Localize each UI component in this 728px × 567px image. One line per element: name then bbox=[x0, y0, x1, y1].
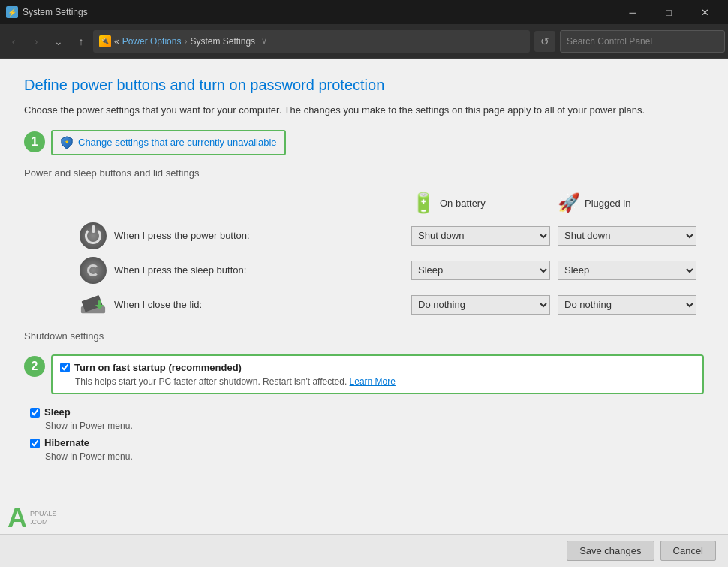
sleep-button-icon bbox=[80, 257, 107, 284]
fast-startup-label[interactable]: Turn on fast startup (recommended) bbox=[74, 362, 242, 373]
main-content: Define power buttons and turn on passwor… bbox=[0, 59, 728, 567]
sleep-button-plugin-dropdown[interactable]: Do nothing Sleep Hibernate Shut down Tur… bbox=[558, 261, 696, 280]
shutdown-section: Shutdown settings 2 Turn on fast startup… bbox=[24, 330, 704, 462]
change-settings-button[interactable]: Change settings that are currently unava… bbox=[51, 130, 286, 155]
hibernate-checkbox-row: Hibernate bbox=[30, 437, 704, 448]
battery-icon: 🔋 bbox=[411, 192, 435, 215]
maximize-button[interactable]: □ bbox=[651, 0, 686, 24]
sleep-checkbox-label[interactable]: Sleep bbox=[44, 406, 71, 418]
page-description: Choose the power settings that you want … bbox=[24, 103, 704, 118]
shutdown-section-label: Shutdown settings bbox=[24, 330, 704, 345]
bottom-spacer bbox=[24, 468, 704, 513]
step2-container: 2 Turn on fast startup (recommended) Thi… bbox=[24, 354, 704, 400]
change-settings-label: Change settings that are currently unava… bbox=[78, 137, 277, 148]
lid-label: When I close the lid: bbox=[114, 299, 411, 310]
plugged-in-label: Plugged in bbox=[585, 198, 630, 209]
power-button-icon bbox=[80, 222, 107, 249]
sleep-button-battery-select[interactable]: Do nothing Sleep Hibernate Shut down Tur… bbox=[411, 261, 550, 280]
breadcrumb-sep1: « bbox=[114, 36, 119, 47]
lid-icon bbox=[80, 291, 107, 318]
plugin-icon: 🚀 bbox=[558, 192, 580, 213]
section1-label: Power and sleep buttons and lid settings bbox=[24, 167, 704, 182]
fast-startup-checkbox[interactable] bbox=[60, 363, 70, 372]
title-bar: ⚡ System Settings ─ □ ✕ bbox=[0, 0, 728, 24]
fast-startup-section: Turn on fast startup (recommended) This … bbox=[51, 354, 704, 394]
window-controls: ─ □ ✕ bbox=[615, 0, 722, 24]
power-button-icon-cell bbox=[24, 222, 114, 249]
app-icon: ⚡ bbox=[6, 6, 18, 18]
step1-container: 1 Change settings that are currently una… bbox=[24, 130, 704, 155]
recent-button[interactable]: ⌄ bbox=[48, 31, 69, 52]
step2-number: 2 bbox=[24, 356, 45, 377]
close-button[interactable]: ✕ bbox=[687, 0, 722, 24]
breadcrumb-bar: 🔌 « Power Options › System Settings ∨ bbox=[93, 30, 530, 53]
breadcrumb-current: System Settings bbox=[190, 36, 255, 47]
sleep-circle-inner bbox=[87, 264, 99, 276]
lid-row: When I close the lid: Do nothing Sleep H… bbox=[24, 291, 704, 318]
hibernate-checkbox-section: Hibernate Show in Power menu. bbox=[24, 437, 704, 462]
step1-number: 1 bbox=[24, 131, 45, 152]
sleep-checkbox-section: Sleep Show in Power menu. bbox=[24, 406, 704, 431]
appuals-text: PPUALS .COM bbox=[30, 510, 57, 526]
lid-plugin-dropdown[interactable]: Do nothing Sleep Hibernate Shut down Tur… bbox=[558, 295, 696, 315]
sleep-checkbox-row: Sleep bbox=[30, 406, 704, 418]
refresh-button[interactable]: ↺ bbox=[534, 31, 555, 52]
lid-icon-cell bbox=[24, 291, 114, 318]
breadcrumb-sep2: › bbox=[184, 36, 187, 47]
minimize-button[interactable]: ─ bbox=[615, 0, 650, 24]
learn-more-link[interactable]: Learn More bbox=[350, 376, 396, 387]
hibernate-sublabel: Show in Power menu. bbox=[45, 451, 704, 462]
breadcrumb-icon: 🔌 bbox=[99, 35, 111, 47]
window-title: System Settings bbox=[23, 7, 615, 17]
bottom-bar: Save changes Cancel bbox=[0, 534, 728, 567]
power-button-battery-dropdown[interactable]: Do nothing Sleep Hibernate Shut down Tur… bbox=[411, 226, 550, 246]
breadcrumb-power-options[interactable]: Power Options bbox=[122, 36, 182, 47]
save-button[interactable]: Save changes bbox=[567, 541, 654, 561]
address-bar: ‹ › ⌄ ↑ 🔌 « Power Options › System Setti… bbox=[0, 24, 728, 59]
on-battery-label: On battery bbox=[440, 198, 486, 209]
sleep-sublabel: Show in Power menu. bbox=[45, 421, 704, 431]
back-button[interactable]: ‹ bbox=[3, 31, 24, 52]
sleep-button-battery-dropdown[interactable]: Do nothing Sleep Hibernate Shut down Tur… bbox=[411, 261, 550, 280]
power-button-row: When I press the power button: Do nothin… bbox=[24, 222, 704, 249]
plugged-in-header: 🚀 Plugged in bbox=[558, 192, 704, 215]
on-battery-header: 🔋 On battery bbox=[411, 192, 558, 215]
column-headers: 🔋 On battery 🚀 Plugged in bbox=[24, 192, 704, 215]
fast-startup-row: Turn on fast startup (recommended) bbox=[60, 362, 695, 373]
sleep-checkbox[interactable] bbox=[30, 408, 40, 418]
sleep-button-label: When I press the sleep button: bbox=[114, 264, 411, 276]
sleep-button-plugin-select[interactable]: Do nothing Sleep Hibernate Shut down Tur… bbox=[558, 261, 696, 280]
fast-startup-description: This helps start your PC faster after sh… bbox=[75, 376, 695, 387]
power-button-label: When I press the power button: bbox=[114, 230, 411, 241]
up-button[interactable]: ↑ bbox=[71, 31, 92, 52]
hibernate-checkbox[interactable] bbox=[30, 439, 40, 448]
lid-battery-dropdown[interactable]: Do nothing Sleep Hibernate Shut down Tur… bbox=[411, 295, 550, 315]
sleep-circle bbox=[80, 258, 106, 283]
sleep-button-icon-cell bbox=[24, 257, 114, 284]
lid-battery-select[interactable]: Do nothing Sleep Hibernate Shut down Tur… bbox=[411, 295, 550, 315]
power-button-plugin-dropdown[interactable]: Do nothing Sleep Hibernate Shut down Tur… bbox=[558, 226, 696, 246]
hibernate-checkbox-label[interactable]: Hibernate bbox=[44, 437, 89, 448]
lid-svg bbox=[80, 293, 107, 317]
lid-plugin-select[interactable]: Do nothing Sleep Hibernate Shut down Tur… bbox=[558, 295, 696, 315]
power-button-plugin-select[interactable]: Do nothing Sleep Hibernate Shut down Tur… bbox=[558, 226, 696, 246]
cancel-button[interactable]: Cancel bbox=[660, 541, 716, 561]
search-input[interactable] bbox=[560, 30, 725, 53]
breadcrumb-dropdown-arrow[interactable]: ∨ bbox=[261, 36, 267, 46]
page-title: Define power buttons and turn on passwor… bbox=[24, 77, 704, 94]
shield-icon bbox=[60, 136, 74, 149]
power-button-battery-select[interactable]: Do nothing Sleep Hibernate Shut down Tur… bbox=[411, 226, 550, 246]
appuals-logo: A bbox=[8, 502, 27, 534]
sleep-button-row: When I press the sleep button: Do nothin… bbox=[24, 257, 704, 284]
forward-button[interactable]: › bbox=[26, 31, 47, 52]
watermark: A PPUALS .COM bbox=[8, 502, 57, 534]
